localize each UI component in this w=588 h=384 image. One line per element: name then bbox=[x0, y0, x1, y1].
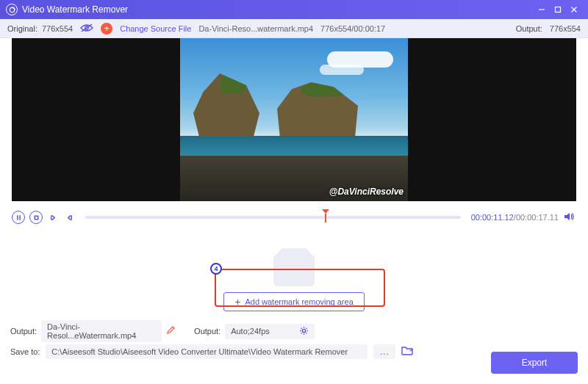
close-button[interactable] bbox=[566, 3, 582, 16]
set-start-button[interactable] bbox=[47, 211, 59, 224]
add-watermark-area-button[interactable]: + Add watermark removing area bbox=[223, 292, 365, 311]
pause-button[interactable] bbox=[12, 211, 25, 224]
seek-bar[interactable] bbox=[85, 211, 461, 224]
output-dimensions: 776x554 bbox=[550, 24, 581, 33]
plus-icon: + bbox=[234, 297, 240, 307]
watermark-overlay: @DaVinciResolve bbox=[329, 186, 404, 197]
rename-icon[interactable] bbox=[166, 326, 175, 336]
svg-rect-9 bbox=[35, 216, 38, 220]
playback-controls: 00:00:11.12/00:00:17.11 bbox=[0, 206, 588, 229]
minimize-button[interactable] bbox=[534, 3, 550, 16]
volume-button[interactable] bbox=[563, 211, 576, 224]
output-filename-field[interactable]: Da-Vinci-Resol...eWatermark.mp4 bbox=[41, 320, 162, 342]
time-total: 00:00:17.11 bbox=[516, 213, 559, 222]
output-dims-label: Output: bbox=[516, 24, 542, 33]
stop-button[interactable] bbox=[29, 211, 43, 224]
save-to-label: Save to: bbox=[10, 347, 40, 356]
add-area-zone: + Add watermark removing area 4 bbox=[0, 229, 588, 317]
export-button[interactable]: Export bbox=[491, 352, 578, 374]
svg-rect-2 bbox=[556, 7, 561, 12]
time-current: 00:00:11.12 bbox=[471, 213, 514, 222]
source-filename: Da-Vinci-Reso...watermark.mp4 bbox=[198, 24, 313, 33]
source-dims-duration: 776x554/00:00:17 bbox=[320, 24, 385, 33]
playhead-icon[interactable] bbox=[322, 209, 329, 222]
gear-icon[interactable] bbox=[299, 326, 309, 337]
annotation-step-badge: 4 bbox=[210, 263, 222, 275]
save-path-field[interactable]: C:\Aiseesoft Studio\Aiseesoft Video Conv… bbox=[46, 344, 368, 359]
original-label: Original: bbox=[7, 24, 37, 33]
add-area-label: Add watermark removing area bbox=[245, 297, 353, 306]
app-logo-icon bbox=[6, 4, 18, 15]
tray-icon bbox=[273, 257, 315, 286]
open-folder-icon[interactable] bbox=[401, 345, 415, 358]
preview-toggle-icon[interactable] bbox=[80, 23, 93, 34]
maximize-button[interactable] bbox=[550, 3, 566, 16]
output-file-label: Output: bbox=[10, 327, 37, 336]
output-format-label: Output: bbox=[194, 327, 220, 336]
video-preview[interactable]: @DaVinciResolve bbox=[12, 38, 576, 201]
original-dimensions: 776x554 bbox=[42, 24, 73, 33]
output-format-field[interactable]: Auto;24fps bbox=[225, 324, 315, 339]
browse-button[interactable]: ... bbox=[373, 344, 395, 359]
set-end-button[interactable] bbox=[63, 211, 75, 224]
add-source-icon[interactable]: + bbox=[101, 23, 112, 35]
svg-point-0 bbox=[10, 7, 14, 12]
svg-point-12 bbox=[302, 329, 305, 332]
info-toolbar: Original: 776x554 + Change Source File D… bbox=[0, 19, 588, 38]
timecode: 00:00:11.12/00:00:17.11 bbox=[471, 213, 559, 222]
change-source-link[interactable]: Change Source File bbox=[120, 24, 191, 33]
window-title: Video Watermark Remover bbox=[22, 4, 534, 15]
title-bar: Video Watermark Remover bbox=[0, 0, 588, 19]
